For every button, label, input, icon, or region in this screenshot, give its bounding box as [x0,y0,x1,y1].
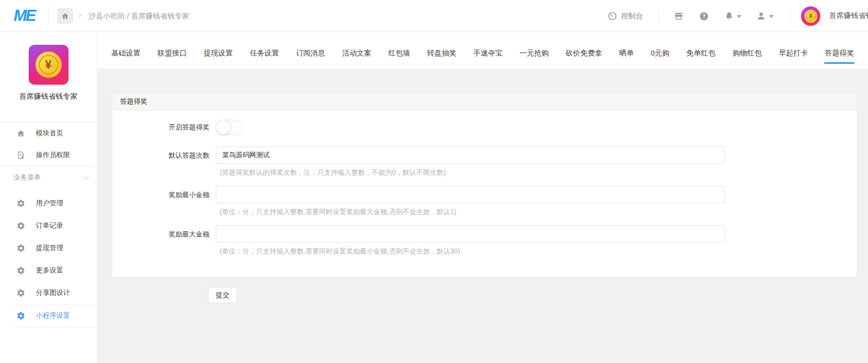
tab-zero-yuan-buy[interactable]: 0元购 [650,32,670,64]
field-hint: (单位：分，只支持输入整数,需要同时设置奖励最大金额,否则不会生效，默认1) [220,208,725,217]
sidebar-item-label: 订单记录 [36,221,63,230]
top-navbar: ME › 沙县小吃街 / 首席赚钱省钱专家 控制台 ? [0,0,868,32]
form-field: (单位：分，只支持输入整数,需要同时设置奖励最大金额,否则不会生效，默认1) [216,186,725,217]
coin-icon: ¥ [35,52,62,78]
form-row-min-reward: 奖励最小金额 (单位：分，只支持输入整数,需要同时设置奖励最大金额,否则不会生效… [112,186,857,217]
store-icon[interactable] [669,0,688,32]
form-row-default-quiz-count: 默认答题次数 (答题得奖默认的得奖次数，注：只支持输入整数，不能为0，默认不限次… [112,146,857,177]
console-label: 控制台 [621,12,643,21]
sidebar-item-share-image-design[interactable]: 分享图设计 [0,282,97,304]
breadcrumb-chevron-icon: › [79,10,82,20]
sidebar-item-user-management[interactable]: 用户管理 [0,192,97,215]
breadcrumb[interactable]: 沙县小吃街 / 首席赚钱省钱专家 [88,12,190,21]
form-row-max-reward: 奖励最大金额 (单位：分，只支持输入整数,需要同时设置奖励最小金额,否则不会生效… [112,225,857,256]
help-icon[interactable]: ? [694,0,713,32]
tab-quiz-reward[interactable]: 答题得奖 [824,32,854,64]
field-label: 奖励最小金额 [112,186,216,217]
sidebar-item-order-records[interactable]: 订单记录 [0,215,97,237]
navbar-divider [49,6,49,26]
sidebar-item-label: 提现管理 [36,244,63,253]
account-avatar[interactable]: ¥ [801,6,820,26]
gear-icon [17,199,25,208]
user-caret-icon[interactable] [769,15,774,18]
tab-wheel-lottery[interactable]: 转盘抽奖 [427,32,457,64]
sidebar-item-more-settings[interactable]: 更多设置 [0,259,97,282]
form-field: (单位：分，只支持输入整数,需要同时设置奖励最小金额,否则不会生效，默认30) [216,225,725,256]
quiz-reward-panel: 答题得奖 开启答题得奖 默认答题次数 (答题得奖默认的得奖次数，注：只支持输入整… [112,92,857,277]
coin-icon: ¥ [804,10,817,23]
tab-shopping-redpacket[interactable]: 购物红包 [732,32,762,64]
sidebar-menu-top: 模块首页 操作员权限 [0,122,97,166]
sidebar-item-label: 操作员权限 [36,151,70,160]
tab-withdraw-settings[interactable]: 提现设置 [203,32,233,64]
tab-one-yuan-buy[interactable]: 一元抢购 [519,32,549,64]
gear-icon [17,244,25,253]
bell-caret-icon[interactable] [737,15,742,18]
tabs: 基础设置 联盟接口 提现设置 任务设置 订阅消息 活动文案 红包墙 转盘抽奖 手… [97,32,868,64]
coin-symbol: ¥ [39,55,58,74]
min-reward-input[interactable] [216,186,725,203]
field-label: 奖励最大金额 [112,225,216,256]
sidebar-business-list: 用户管理 订单记录 提现管理 更多设置 分享图设计 小程序设置 [0,189,97,327]
navbar-divider [659,10,659,22]
sidebar-item-operator-permissions[interactable]: 操作员权限 [0,144,97,166]
home-icon[interactable] [57,8,73,24]
tab-alliance-api[interactable]: 联盟接口 [157,32,187,64]
chevron-down-icon [83,173,89,180]
sidebar-item-label: 小程序设置 [36,311,70,320]
sidebar-item-module-home[interactable]: 模块首页 [0,122,97,144]
form-field: (答题得奖默认的得奖次数，注：只支持输入整数，不能为0，默认不限次数) [216,146,725,177]
submit-button[interactable]: 提交 [208,287,237,303]
enable-quiz-toggle[interactable] [216,120,243,135]
app-name: 首席赚钱省钱专家 [0,92,97,101]
field-hint: (单位：分，只支持输入整数,需要同时设置奖励最小金额,否则不会生效，默认30) [220,247,725,256]
gear-icon [17,289,25,297]
form-row-enable-quiz: 开启答题得奖 [112,119,857,135]
sidebar-item-label: 更多设置 [36,266,63,275]
toggle-knob [216,120,231,135]
tab-redpacket-wall[interactable]: 红包墙 [388,32,411,64]
sidebar-active-item-wrap: 小程序设置 [15,304,97,327]
navbar-divider [790,10,790,22]
app-window: ME › 沙县小吃街 / 首席赚钱省钱专家 控制台 ? [0,0,868,363]
console-button[interactable]: 控制台 [608,0,643,32]
panel-body: 开启答题得奖 默认答题次数 (答题得奖默认的得奖次数，注：只支持输入整数，不能为… [112,110,857,256]
form-field [216,119,243,135]
gear-icon [17,311,25,320]
field-hint: (答题得奖默认的得奖次数，注：只支持输入整数，不能为0，默认不限次数) [220,168,725,177]
bell-icon[interactable] [719,0,739,32]
default-quiz-count-input[interactable] [216,146,725,164]
section-label: 业务菜单 [14,173,41,182]
tab-basic-settings[interactable]: 基础设置 [111,32,141,64]
tab-speed-treasure[interactable]: 手速夺宝 [473,32,503,64]
sidebar-section-business-menu[interactable]: 业务菜单 [0,166,97,189]
tab-bargain-free[interactable]: 砍价免费拿 [565,32,603,64]
sidebar-item-label: 模块首页 [36,129,63,138]
gear-icon [17,221,25,230]
sidebar-item-withdrawal-management[interactable]: 提现管理 [0,237,97,259]
tab-show-order[interactable]: 晒单 [619,32,634,64]
tab-early-checkin[interactable]: 早起打卡 [778,32,808,64]
sidebar-item-label: 用户管理 [36,199,63,208]
max-reward-input[interactable] [216,225,725,243]
brand-logo[interactable]: ME [14,6,35,25]
tab-activity-copy[interactable]: 活动文案 [342,32,372,64]
settings-tabstrip: 基础设置 联盟接口 提现设置 任务设置 订阅消息 活动文案 红包墙 转盘抽奖 手… [97,32,868,69]
gear-icon [17,266,25,275]
field-label: 默认答题次数 [112,146,216,177]
sidebar-app-block: ¥ 首席赚钱省钱专家 [0,45,97,122]
tab-subscribe-message[interactable]: 订阅消息 [295,32,326,64]
user-icon[interactable] [751,0,771,32]
panel-title: 答题得奖 [112,93,857,110]
account-name[interactable]: 首席赚钱省钱专家 [829,11,868,20]
sidebar: ¥ 首席赚钱省钱专家 模块首页 操作员权限 业务菜单 [0,32,97,363]
tab-free-order-redpacket[interactable]: 免单红包 [686,32,716,64]
document-edit-icon [17,151,25,160]
tab-task-settings[interactable]: 任务设置 [249,32,279,64]
home-icon [17,129,25,138]
svg-text:?: ? [702,13,706,19]
sidebar-item-label: 分享图设计 [36,289,70,297]
field-label: 开启答题得奖 [112,119,216,135]
app-icon: ¥ [29,45,69,85]
sidebar-item-miniprogram-settings[interactable]: 小程序设置 [15,305,97,327]
